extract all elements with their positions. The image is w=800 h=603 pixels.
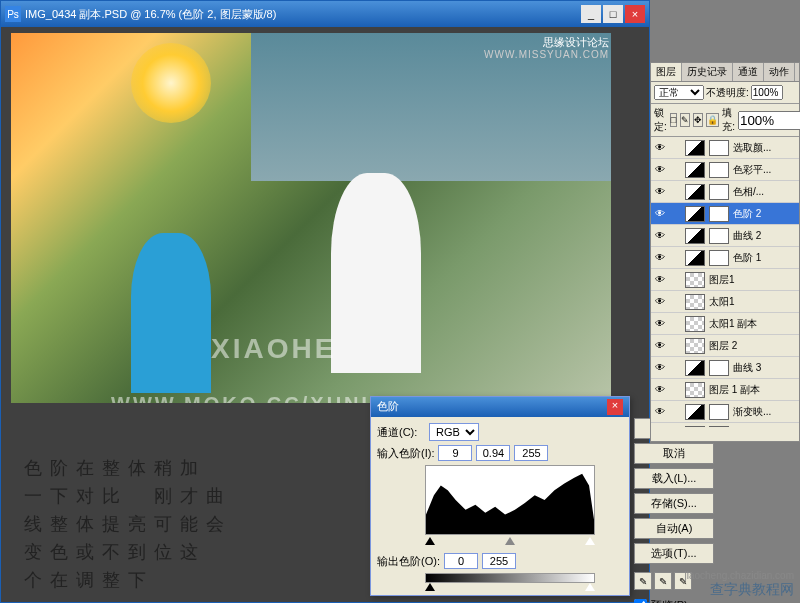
cancel-button[interactable]: 取消 [634, 443, 714, 464]
mask-thumb[interactable] [709, 404, 729, 420]
layer-thumb[interactable] [685, 294, 705, 310]
tab-layers[interactable]: 图层 [651, 63, 682, 81]
histogram [425, 465, 595, 535]
input-black-field[interactable] [438, 445, 472, 461]
site-watermark: WWW.MISSYUAN.COM [484, 49, 609, 60]
auto-button[interactable]: 自动(A) [634, 518, 714, 539]
layer-item[interactable]: 👁曲线 1 [651, 423, 799, 427]
output-slider[interactable] [425, 583, 595, 593]
visibility-toggle[interactable]: 👁 [651, 384, 669, 395]
layer-thumb[interactable] [685, 162, 705, 178]
minimize-button[interactable]: _ [581, 5, 601, 23]
layer-name: 色阶 2 [731, 207, 799, 221]
layer-thumb[interactable] [685, 404, 705, 420]
visibility-toggle[interactable]: 👁 [651, 340, 669, 351]
input-slider[interactable] [425, 537, 595, 547]
input-white-field[interactable] [514, 445, 548, 461]
mask-thumb[interactable] [709, 162, 729, 178]
visibility-toggle[interactable]: 👁 [651, 274, 669, 285]
visibility-toggle[interactable]: 👁 [651, 318, 669, 329]
eyedropper-gray[interactable]: ✎ [654, 572, 672, 590]
blend-mode-select[interactable]: 正常 [654, 85, 704, 100]
layer-thumb[interactable] [685, 184, 705, 200]
visibility-toggle[interactable]: 👁 [651, 252, 669, 263]
layer-thumb[interactable] [685, 426, 705, 428]
visibility-toggle[interactable]: 👁 [651, 406, 669, 417]
tab-actions[interactable]: 动作 [764, 63, 795, 81]
output-white-slider[interactable] [585, 583, 595, 591]
layer-name: 色相/... [731, 185, 799, 199]
layer-item[interactable]: 👁曲线 2 [651, 225, 799, 247]
preview-checkbox[interactable] [634, 599, 647, 603]
layer-thumb[interactable] [685, 382, 705, 398]
mask-thumb[interactable] [709, 360, 729, 376]
layer-item[interactable]: 👁选取颜... [651, 137, 799, 159]
output-white-field[interactable] [482, 553, 516, 569]
levels-close-button[interactable]: × [607, 399, 623, 415]
opacity-field[interactable] [751, 85, 783, 100]
layer-item[interactable]: 👁色阶 2 [651, 203, 799, 225]
close-button[interactable]: × [625, 5, 645, 23]
layer-thumb[interactable] [685, 360, 705, 376]
input-gamma-field[interactable] [476, 445, 510, 461]
visibility-toggle[interactable]: 👁 [651, 142, 669, 153]
layer-item[interactable]: 👁图层1 [651, 269, 799, 291]
layer-item[interactable]: 👁太阳1 副本 [651, 313, 799, 335]
mask-thumb[interactable] [709, 228, 729, 244]
instruction-text: 色阶在整体稍加 一下对比 刚才曲 线整体提亮可能会 变色或不到位这 个在调整下 [24, 454, 232, 594]
lock-transparent-icon[interactable]: □ [670, 113, 677, 127]
mask-thumb[interactable] [709, 206, 729, 222]
tab-channels[interactable]: 通道 [733, 63, 764, 81]
output-black-slider[interactable] [425, 583, 435, 591]
layer-name: 色彩平... [731, 163, 799, 177]
gray-point-slider[interactable] [505, 537, 515, 545]
lock-all-icon[interactable]: 🔒 [706, 113, 719, 127]
white-point-slider[interactable] [585, 537, 595, 545]
layer-name: 渐变映... [731, 405, 799, 419]
layer-item[interactable]: 👁色相/... [651, 181, 799, 203]
preview-checkbox-label[interactable]: 预览(P) [634, 598, 714, 603]
layer-item[interactable]: 👁色彩平... [651, 159, 799, 181]
preview-label: 预览(P) [651, 598, 688, 603]
mask-thumb[interactable] [709, 250, 729, 266]
maximize-button[interactable]: □ [603, 5, 623, 23]
mask-thumb[interactable] [709, 426, 729, 428]
layer-thumb[interactable] [685, 250, 705, 266]
layer-item[interactable]: 👁太阳1 [651, 291, 799, 313]
visibility-toggle[interactable]: 👁 [651, 208, 669, 219]
visibility-toggle[interactable]: 👁 [651, 230, 669, 241]
lock-move-icon[interactable]: ✥ [693, 113, 703, 127]
ps-file-icon: Ps [5, 6, 21, 22]
visibility-toggle[interactable]: 👁 [651, 186, 669, 197]
output-black-field[interactable] [444, 553, 478, 569]
tab-history[interactable]: 历史记录 [682, 63, 733, 81]
canvas[interactable]: XIAOHE WWW.MOKO.CC/XUNUO [11, 33, 611, 403]
mask-thumb[interactable] [709, 140, 729, 156]
layer-item[interactable]: 👁色阶 1 [651, 247, 799, 269]
visibility-toggle[interactable]: 👁 [651, 164, 669, 175]
fill-field[interactable] [738, 111, 800, 130]
layer-item[interactable]: 👁渐变映... [651, 401, 799, 423]
layer-thumb[interactable] [685, 206, 705, 222]
channel-select[interactable]: RGB [429, 423, 479, 441]
save-button[interactable]: 存储(S)... [634, 493, 714, 514]
lock-brush-icon[interactable]: ✎ [680, 113, 690, 127]
levels-titlebar: 色阶 × [371, 397, 629, 417]
visibility-toggle[interactable]: 👁 [651, 296, 669, 307]
levels-dialog: 色阶 × 通道(C): RGB 输入色阶(I): 输出色阶(O): [370, 396, 630, 596]
mask-thumb[interactable] [709, 184, 729, 200]
layer-thumb[interactable] [685, 338, 705, 354]
black-point-slider[interactable] [425, 537, 435, 545]
options-button[interactable]: 选项(T)... [634, 543, 714, 564]
layer-thumb[interactable] [685, 316, 705, 332]
eyedropper-black[interactable]: ✎ [634, 572, 652, 590]
layer-item[interactable]: 👁曲线 3 [651, 357, 799, 379]
layer-thumb[interactable] [685, 228, 705, 244]
layer-thumb[interactable] [685, 272, 705, 288]
layer-thumb[interactable] [685, 140, 705, 156]
load-button[interactable]: 载入(L)... [634, 468, 714, 489]
layer-item[interactable]: 👁图层 1 副本 [651, 379, 799, 401]
layer-name: 图层 2 [707, 339, 799, 353]
layer-item[interactable]: 👁图层 2 [651, 335, 799, 357]
visibility-toggle[interactable]: 👁 [651, 362, 669, 373]
